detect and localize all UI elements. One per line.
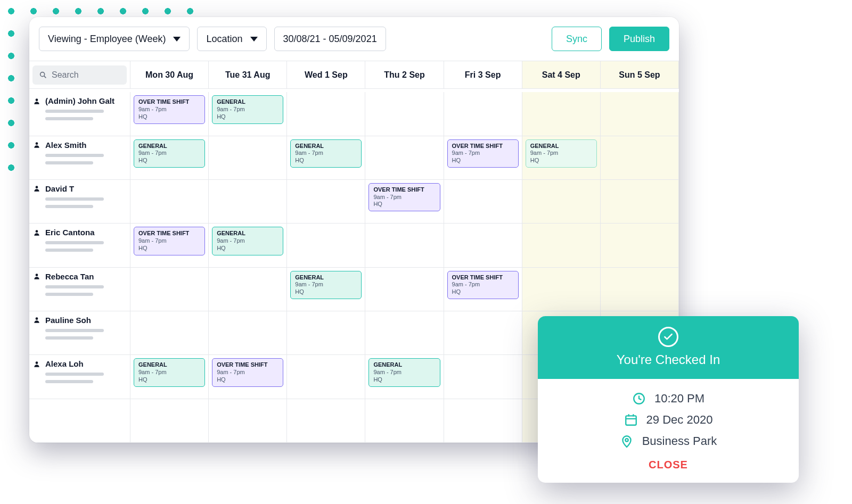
day-cell[interactable]: OVER TIME SHIFT 9am - 7pm HQ bbox=[444, 268, 522, 311]
employee-name: Rebecca Tan bbox=[45, 272, 94, 281]
svg-point-7 bbox=[36, 318, 38, 320]
day-cell[interactable]: GENERAL 9am - 7pm HQ bbox=[287, 136, 365, 180]
day-cell[interactable]: GENERAL 9am - 7pm HQ bbox=[365, 355, 444, 399]
day-cell[interactable] bbox=[209, 399, 287, 443]
employee-name: Pauline Soh bbox=[45, 316, 91, 325]
day-cell[interactable] bbox=[444, 92, 522, 136]
employee-cell[interactable]: David T bbox=[29, 180, 130, 224]
person-icon bbox=[32, 272, 41, 280]
day-cell[interactable] bbox=[209, 136, 287, 180]
shift-title: GENERAL bbox=[373, 361, 435, 369]
day-header: Thu 2 Sep bbox=[365, 61, 444, 89]
day-cell[interactable] bbox=[444, 180, 522, 224]
general-shift-card[interactable]: GENERAL 9am - 7pm HQ bbox=[212, 227, 283, 255]
day-cell[interactable]: OVER TIME SHIFT 9am - 7pm HQ bbox=[130, 92, 209, 136]
day-cell[interactable] bbox=[287, 311, 365, 355]
day-cell[interactable] bbox=[287, 355, 365, 399]
general-shift-card[interactable]: GENERAL 9am - 7pm HQ bbox=[290, 139, 362, 168]
day-cell[interactable] bbox=[601, 180, 679, 224]
shift-time: 9am - 7pm bbox=[138, 237, 200, 245]
day-cell[interactable] bbox=[601, 92, 679, 136]
general-shift-card[interactable]: GENERAL 9am - 7pm HQ bbox=[134, 139, 205, 168]
calendar-icon bbox=[624, 413, 638, 427]
day-cell[interactable] bbox=[601, 268, 679, 311]
day-cell[interactable] bbox=[287, 92, 365, 136]
day-cell[interactable] bbox=[209, 311, 287, 355]
day-cell[interactable]: GENERAL 9am - 7pm HQ bbox=[130, 355, 209, 399]
day-cell[interactable] bbox=[444, 224, 522, 267]
employee-cell[interactable]: Alexa Loh bbox=[29, 355, 130, 399]
day-cell[interactable]: OVER TIME SHIFT 9am - 7pm HQ bbox=[209, 355, 287, 399]
overtime-shift-card[interactable]: OVER TIME SHIFT 9am - 7pm HQ bbox=[368, 183, 440, 211]
person-icon bbox=[32, 97, 41, 105]
day-cell[interactable]: GENERAL 9am - 7pm HQ bbox=[130, 136, 209, 180]
day-cell[interactable] bbox=[287, 224, 365, 267]
employee-name: Eric Cantona bbox=[45, 228, 95, 237]
day-cell[interactable] bbox=[209, 180, 287, 224]
day-cell[interactable]: GENERAL 9am - 7pm HQ bbox=[522, 136, 601, 180]
day-cell[interactable] bbox=[365, 224, 444, 267]
employee-cell[interactable]: Alex Smith bbox=[29, 136, 130, 180]
day-cell[interactable] bbox=[444, 311, 522, 355]
day-cell[interactable] bbox=[365, 268, 444, 311]
search-input[interactable]: Search bbox=[32, 65, 127, 85]
day-cell[interactable] bbox=[365, 136, 444, 180]
overtime-shift-card[interactable]: OVER TIME SHIFT 9am - 7pm HQ bbox=[134, 95, 205, 123]
employee-cell[interactable]: (Admin) John Galt bbox=[29, 92, 130, 136]
skeleton-line bbox=[45, 241, 104, 244]
day-cell[interactable] bbox=[601, 224, 679, 267]
general-shift-card[interactable]: GENERAL 9am - 7pm HQ bbox=[134, 358, 205, 386]
skeleton-line bbox=[45, 336, 93, 340]
day-cell[interactable] bbox=[444, 355, 522, 399]
overtime-shift-card[interactable]: OVER TIME SHIFT 9am - 7pm HQ bbox=[447, 271, 519, 299]
general-shift-card[interactable]: GENERAL 9am - 7pm HQ bbox=[290, 271, 362, 299]
overtime-shift-card[interactable]: OVER TIME SHIFT 9am - 7pm HQ bbox=[212, 358, 283, 386]
close-button[interactable]: CLOSE bbox=[554, 456, 783, 473]
employee-cell[interactable]: Pauline Soh bbox=[29, 311, 130, 355]
overtime-shift-card[interactable]: OVER TIME SHIFT 9am - 7pm HQ bbox=[134, 227, 205, 255]
day-cell[interactable] bbox=[522, 224, 601, 267]
overtime-shift-card[interactable]: OVER TIME SHIFT 9am - 7pm HQ bbox=[447, 139, 519, 168]
day-cell[interactable] bbox=[522, 268, 601, 311]
shift-title: GENERAL bbox=[217, 230, 278, 237]
location-dropdown[interactable]: Location bbox=[197, 27, 266, 51]
sync-button[interactable]: Sync bbox=[552, 27, 602, 51]
employee-cell[interactable]: Rebecca Tan bbox=[29, 268, 130, 311]
svg-point-14 bbox=[625, 439, 628, 441]
day-cell[interactable] bbox=[522, 180, 601, 224]
day-cell[interactable] bbox=[130, 311, 209, 355]
day-cell[interactable]: OVER TIME SHIFT 9am - 7pm HQ bbox=[444, 136, 522, 180]
day-cell[interactable] bbox=[365, 399, 444, 443]
day-cell[interactable] bbox=[601, 136, 679, 180]
day-cell[interactable] bbox=[287, 180, 365, 224]
date-range-picker[interactable]: 30/08/21 - 05/09/2021 bbox=[274, 27, 386, 51]
day-cell[interactable] bbox=[287, 399, 365, 443]
day-cell[interactable]: GENERAL 9am - 7pm HQ bbox=[287, 268, 365, 311]
day-cell[interactable] bbox=[130, 180, 209, 224]
day-cell[interactable] bbox=[130, 399, 209, 443]
day-cell[interactable] bbox=[365, 311, 444, 355]
employee-cell[interactable] bbox=[29, 399, 130, 443]
general-shift-card[interactable]: GENERAL 9am - 7pm HQ bbox=[212, 95, 283, 123]
employee-cell[interactable]: Eric Cantona bbox=[29, 224, 130, 267]
general-shift-card[interactable]: GENERAL 9am - 7pm HQ bbox=[526, 139, 597, 168]
day-cell[interactable] bbox=[365, 92, 444, 136]
person-icon bbox=[32, 141, 41, 149]
day-cell[interactable]: OVER TIME SHIFT 9am - 7pm HQ bbox=[365, 180, 444, 224]
day-cell[interactable]: GENERAL 9am - 7pm HQ bbox=[209, 224, 287, 267]
skeleton-line bbox=[45, 205, 93, 208]
day-cell[interactable] bbox=[522, 92, 601, 136]
general-shift-card[interactable]: GENERAL 9am - 7pm HQ bbox=[368, 358, 440, 386]
svg-point-3 bbox=[36, 142, 38, 145]
day-cell[interactable] bbox=[209, 268, 287, 311]
day-cell[interactable] bbox=[130, 268, 209, 311]
employee-name: Alexa Loh bbox=[45, 359, 84, 368]
day-cell[interactable]: GENERAL 9am - 7pm HQ bbox=[209, 92, 287, 136]
svg-line-1 bbox=[44, 76, 46, 78]
day-header: Wed 1 Sep bbox=[287, 61, 365, 89]
shift-time: 9am - 7pm bbox=[217, 369, 278, 376]
publish-button[interactable]: Publish bbox=[609, 27, 669, 51]
day-cell[interactable]: OVER TIME SHIFT 9am - 7pm HQ bbox=[130, 224, 209, 267]
view-mode-dropdown[interactable]: Viewing - Employee (Week) bbox=[39, 27, 190, 51]
day-cell[interactable] bbox=[444, 399, 522, 443]
